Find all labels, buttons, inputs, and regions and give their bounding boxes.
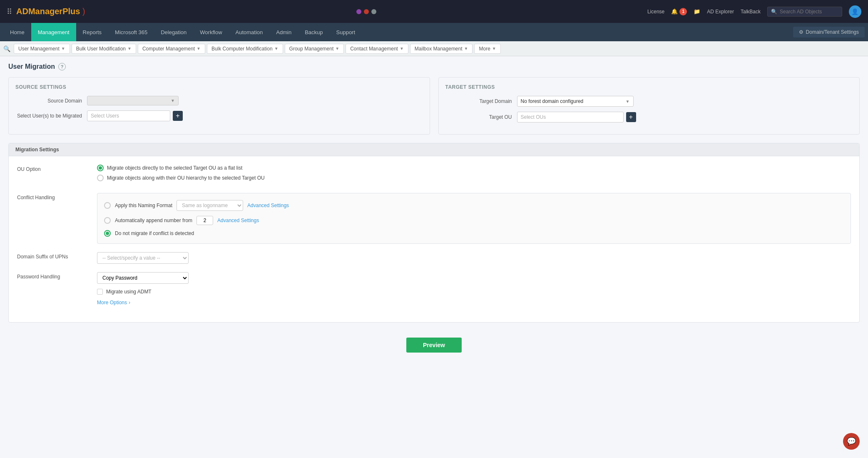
source-settings-title: Source Settings xyxy=(15,84,423,90)
source-settings-panel: Source Settings Source Domain ▼ Select U… xyxy=(8,77,430,135)
naming-format-label: Apply this Naming Format xyxy=(115,203,172,208)
migrate-admt-label: Migrate using ADMT xyxy=(106,289,152,295)
select-users-select[interactable]: Select Users xyxy=(87,110,170,121)
folder-icon: 📁 xyxy=(694,8,700,15)
no-migrate-radio[interactable] xyxy=(104,230,111,237)
chevron-down-icon: ▼ xyxy=(626,99,630,104)
password-handling-controls: Copy Password Migrate using ADMT More Op… xyxy=(97,272,851,305)
sub-nav: 🔍 User Management ▼ Bulk User Modificati… xyxy=(0,41,868,56)
notification-area[interactable]: 🔔 1 xyxy=(671,8,687,15)
nav-bar: Home Management Reports Microsoft 365 De… xyxy=(0,23,868,41)
subnav-user-management[interactable]: User Management ▼ xyxy=(14,44,70,54)
subnav-bulk-user-modification[interactable]: Bulk User Modification ▼ xyxy=(72,44,136,54)
target-ou-select[interactable]: Select OUs xyxy=(517,112,624,123)
select-users-input-area: Select Users + xyxy=(87,110,423,121)
talkback-link[interactable]: TalkBack xyxy=(741,9,761,15)
grid-icon[interactable]: ⠿ xyxy=(7,7,12,16)
ad-explorer-link[interactable]: AD Explorer xyxy=(707,9,734,15)
tab-management[interactable]: Management xyxy=(31,23,76,41)
chevron-down-icon: ▼ xyxy=(196,46,201,51)
tab-automation[interactable]: Automation xyxy=(229,23,270,41)
ou-option-hierarchy-radio[interactable] xyxy=(97,175,104,181)
license-link[interactable]: License xyxy=(647,9,664,15)
domain-settings-button[interactable]: ⚙ Domain/Tenant Settings xyxy=(793,27,865,38)
target-domain-input-area: No forest domain configured ▼ xyxy=(517,96,853,107)
preview-button[interactable]: Preview xyxy=(406,338,462,353)
arrow-right-icon: › xyxy=(129,300,130,305)
domain-suffix-select[interactable]: -- Select/specify a value -- xyxy=(97,252,189,264)
ou-option-row: OU Option Migrate objects directly to th… xyxy=(17,165,851,185)
source-domain-label: Source Domain xyxy=(15,98,82,104)
circles-decoration xyxy=(356,9,376,14)
chat-icon: 💬 xyxy=(847,437,856,446)
advanced-settings-link-2[interactable]: Advanced Settings xyxy=(217,218,259,223)
target-settings-title: Target Settings xyxy=(445,84,853,90)
ou-option-flat-row: Migrate objects directly to the selected… xyxy=(97,165,851,171)
search-box-top[interactable]: 🔍 xyxy=(767,7,842,17)
circle-2 xyxy=(364,9,369,14)
subnav-computer-management[interactable]: Computer Management ▼ xyxy=(138,44,205,54)
migration-settings-header: Migration Settings xyxy=(9,143,859,156)
append-number-label: Automatically append number from xyxy=(115,218,192,223)
target-ou-row: Target OU Select OUs + xyxy=(445,112,853,123)
password-handling-row: Password Handling Copy Password Migrate … xyxy=(17,272,851,305)
source-domain-select[interactable]: ▼ xyxy=(87,96,179,105)
target-domain-select[interactable]: No forest domain configured ▼ xyxy=(517,96,634,107)
bell-icon: 🔔 xyxy=(671,8,678,15)
preview-area: Preview xyxy=(8,329,860,361)
chevron-down-icon: ▼ xyxy=(61,46,65,51)
tab-support[interactable]: Support xyxy=(330,23,362,41)
settings-row: Source Settings Source Domain ▼ Select U… xyxy=(8,77,860,135)
subnav-group-management[interactable]: Group Management ▼ xyxy=(285,44,344,54)
logo-area: ⠿ ADManagerPlus ) xyxy=(7,7,85,16)
subnav-mailbox-management[interactable]: Mailbox Management ▼ xyxy=(410,44,473,54)
sub-nav-search-icon[interactable]: 🔍 xyxy=(3,45,10,52)
ou-option-flat-radio[interactable] xyxy=(97,165,104,171)
chevron-down-icon: ▼ xyxy=(171,98,175,103)
help-icon[interactable]: ? xyxy=(58,63,66,70)
target-ou-label: Target OU xyxy=(445,114,512,120)
domain-suffix-label: Domain Suffix of UPNs xyxy=(17,252,92,260)
circle-3 xyxy=(371,9,376,14)
float-help-button[interactable]: 💬 xyxy=(843,433,860,450)
chevron-down-icon: ▼ xyxy=(127,46,132,51)
ou-option-label: OU Option xyxy=(17,165,92,172)
tab-admin[interactable]: Admin xyxy=(269,23,298,41)
migration-settings-panel: Migration Settings OU Option Migrate obj… xyxy=(8,143,860,323)
naming-format-row: Apply this Naming Format Same as logonna… xyxy=(104,200,844,211)
naming-format-select[interactable]: Same as logonname xyxy=(177,200,243,211)
tab-workflow[interactable]: Workflow xyxy=(193,23,229,41)
tab-delegation[interactable]: Delegation xyxy=(154,23,193,41)
append-number-radio[interactable] xyxy=(104,217,111,224)
top-bar: ⠿ ADManagerPlus ) License 🔔 1 📁 AD Explo… xyxy=(0,0,868,23)
more-options-link[interactable]: More Options › xyxy=(97,300,130,305)
advanced-settings-link-1[interactable]: Advanced Settings xyxy=(247,203,289,208)
subnav-bulk-computer-modification[interactable]: Bulk Computer Modification ▼ xyxy=(207,44,283,54)
target-ou-input-area: Select OUs + xyxy=(517,112,853,123)
top-right-area: License 🔔 1 📁 AD Explorer TalkBack 🔍 👤 xyxy=(647,5,861,18)
subnav-more[interactable]: More ▼ xyxy=(474,44,500,54)
no-migrate-label: Do not migrate if conflict is detected xyxy=(115,230,194,236)
user-avatar[interactable]: 👤 xyxy=(849,5,861,18)
tab-microsoft365[interactable]: Microsoft 365 xyxy=(108,23,154,41)
tab-backup[interactable]: Backup xyxy=(298,23,329,41)
add-ou-button[interactable]: + xyxy=(626,112,636,122)
tab-reports[interactable]: Reports xyxy=(76,23,109,41)
password-handling-select[interactable]: Copy Password xyxy=(97,272,189,284)
source-domain-row: Source Domain ▼ xyxy=(15,96,423,105)
ou-option-hierarchy-label: Migrate objects along with their OU hier… xyxy=(107,175,265,181)
app-logo: ADManagerPlus ) xyxy=(16,7,85,16)
tab-home[interactable]: Home xyxy=(3,23,31,41)
migrate-admt-checkbox[interactable] xyxy=(97,289,103,295)
source-domain-input-area: ▼ xyxy=(87,96,423,105)
naming-format-radio[interactable] xyxy=(104,202,111,209)
select-users-label: Select User(s) to be Migrated xyxy=(15,113,82,119)
subnav-contact-management[interactable]: Contact Management ▼ xyxy=(346,44,408,54)
append-number-input[interactable] xyxy=(196,216,213,225)
no-migrate-row: Do not migrate if conflict is detected xyxy=(104,230,844,237)
target-domain-row: Target Domain No forest domain configure… xyxy=(445,96,853,107)
chevron-down-icon: ▼ xyxy=(274,46,279,51)
add-users-button[interactable]: + xyxy=(173,111,183,121)
search-input-top[interactable] xyxy=(780,9,838,15)
append-number-row: Automatically append number from Advance… xyxy=(104,216,844,225)
